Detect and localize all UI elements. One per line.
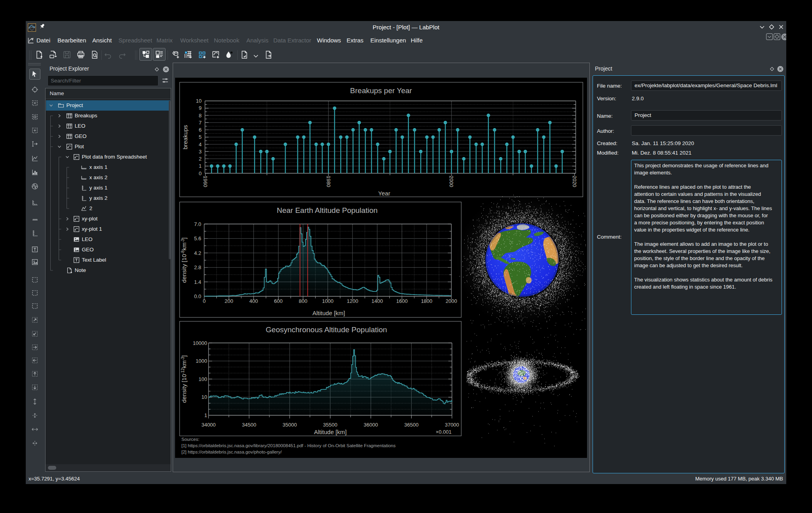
svg-text:2.8: 2.8	[194, 264, 201, 270]
svg-text:4: 4	[199, 142, 202, 147]
svg-text:Year: Year	[378, 190, 390, 197]
svg-text:35000: 35000	[282, 422, 297, 428]
svg-text:5: 5	[199, 134, 202, 140]
svg-text:1000: 1000	[196, 358, 207, 364]
svg-text:4.2: 4.2	[194, 250, 201, 256]
svg-text:density [10-12km-3]: density [10-12km-3]	[181, 355, 188, 403]
svg-text:6: 6	[199, 127, 202, 133]
svg-text:Near Earth Altitude Population: Near Earth Altitude Population	[277, 206, 378, 214]
svg-text:[2] https://orbitaldebris.jsc.: [2] https://orbitaldebris.jsc.nasa.gov/p…	[181, 450, 282, 454]
svg-text:10000: 10000	[193, 340, 207, 346]
svg-text:100: 100	[198, 376, 207, 382]
svg-text:2000: 2000	[448, 176, 454, 187]
svg-text:1: 1	[199, 163, 202, 169]
svg-text:8: 8	[199, 113, 202, 119]
svg-text:Breakups per Year: Breakups per Year	[350, 86, 412, 95]
svg-text:37000: 37000	[445, 422, 459, 428]
svg-text:10: 10	[196, 98, 202, 104]
svg-text:1960: 1960	[202, 176, 208, 187]
svg-text:0.0: 0.0	[194, 293, 201, 299]
svg-text:2020: 2020	[572, 176, 578, 187]
svg-text:35500: 35500	[323, 422, 337, 428]
svg-text:breakups: breakups	[182, 125, 189, 149]
svg-text:3: 3	[199, 149, 202, 155]
svg-text:9: 9	[199, 105, 202, 111]
svg-text:Altitude [km]: Altitude [km]	[313, 310, 345, 316]
svg-text:5.6: 5.6	[194, 235, 201, 241]
svg-text:2: 2	[199, 156, 202, 162]
svg-text:36500: 36500	[404, 422, 419, 428]
svg-text:7: 7	[199, 120, 202, 126]
svg-text:0: 0	[199, 170, 202, 176]
svg-text:[1] https://orbitaldebris.jsc.: [1] https://orbitaldebris.jsc.nasa.gov/l…	[181, 443, 396, 448]
svg-text:Altitude [km]: Altitude [km]	[314, 429, 347, 435]
svg-text:Geosynchronous Altitude Popula: Geosynchronous Altitude Population	[266, 325, 387, 334]
svg-text:×0.001: ×0.001	[436, 429, 452, 435]
svg-text:density [10-8km-3]: density [10-8km-3]	[181, 237, 188, 283]
svg-text:7.0: 7.0	[194, 221, 201, 227]
svg-text:1: 1	[204, 412, 207, 418]
svg-text:1980: 1980	[326, 176, 332, 187]
svg-text:36000: 36000	[364, 422, 378, 428]
svg-text:Sources:: Sources:	[181, 437, 199, 442]
svg-text:34500: 34500	[242, 422, 256, 428]
svg-text:34000: 34000	[201, 422, 215, 428]
svg-text:1.4: 1.4	[194, 279, 201, 285]
svg-text:10: 10	[202, 394, 207, 400]
